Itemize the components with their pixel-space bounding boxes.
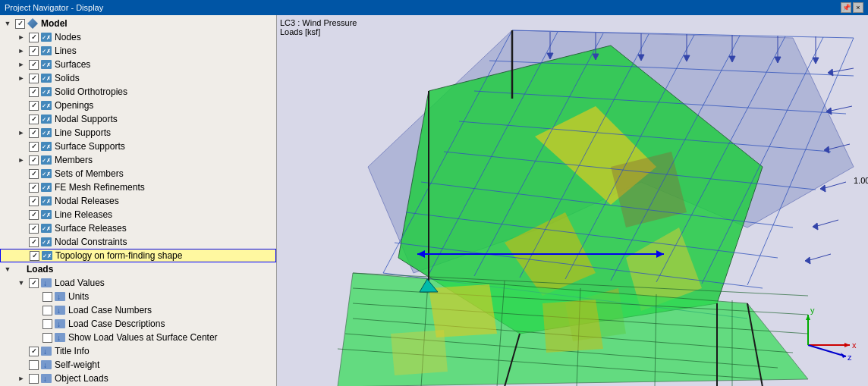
expand-icon[interactable]: ▼ (15, 277, 27, 289)
item-label: FE Mesh Refinements (55, 182, 145, 193)
checkbox[interactable] (29, 33, 39, 42)
svg-text:↓: ↓ (43, 347, 47, 356)
checkbox[interactable] (29, 196, 39, 206)
checkbox[interactable] (29, 360, 39, 370)
item-label: Nodes (55, 32, 81, 42)
tree-item-solid-ortho[interactable]: ► ✓✗ Solid Orthotropies (0, 85, 276, 99)
item-icon: ↓ (40, 373, 52, 384)
tree-item-nodal-supports[interactable]: ► ✓✗ Nodal Supports (0, 112, 276, 126)
item-icon: ↓ (54, 305, 66, 315)
checkbox[interactable] (29, 155, 39, 165)
item-label: Title Info (55, 346, 90, 356)
tree-item-nodes[interactable]: ► ✓✗ Nodes (0, 30, 276, 44)
svg-text:✓✗: ✓✗ (42, 144, 51, 149)
tree-item-load-case-numbers[interactable]: ► ↓ Load Case Numbers (0, 303, 276, 317)
svg-text:y: y (810, 306, 815, 315)
svg-text:↓: ↓ (57, 320, 61, 328)
expand-icon[interactable]: ► (15, 45, 27, 57)
svg-text:✓✗: ✓✗ (42, 76, 51, 81)
tree-item-object-loads[interactable]: ► ↓ Object Loads (0, 372, 276, 385)
svg-marker-89 (542, 300, 603, 353)
expand-icon[interactable]: ► (15, 31, 27, 43)
checkbox[interactable] (29, 224, 39, 234)
item-icon: ↓ (40, 359, 52, 370)
tree-item-surface-supports[interactable]: ► ✓✗ Surface Supports (0, 140, 276, 153)
checkbox[interactable] (42, 306, 52, 315)
checkbox[interactable] (29, 115, 39, 124)
item-label: Object Loads (55, 373, 108, 384)
svg-text:✓✗: ✓✗ (42, 185, 51, 190)
checkbox[interactable] (29, 237, 39, 247)
item-icon (27, 18, 39, 29)
tree-item-openings[interactable]: ► ✓✗ Openings (0, 99, 276, 112)
checkbox[interactable] (29, 87, 39, 97)
close-button[interactable]: × (853, 2, 863, 13)
expand-icon[interactable]: ► (15, 58, 27, 71)
expand-icon[interactable]: ► (15, 154, 27, 166)
title-bar-controls: 📌 × (841, 2, 863, 13)
checkbox[interactable] (29, 210, 39, 220)
item-icon: ✓✗ (40, 32, 52, 42)
item-label: Topology on form-finding shape (55, 250, 182, 261)
pin-button[interactable]: 📌 (841, 2, 851, 13)
checkbox[interactable] (29, 169, 39, 179)
tree-item-sets-members[interactable]: ► ✓✗ Sets of Members (0, 167, 276, 180)
tree-container[interactable]: ▼Model► ✓✗ Nodes► ✓✗ Lines► ✓✗ Surfaces►… (0, 15, 276, 386)
item-icon: ✓✗ (40, 168, 52, 179)
tree-item-loads[interactable]: ▼Loads (0, 262, 276, 276)
checkbox[interactable] (29, 183, 39, 193)
tree-item-line-supports[interactable]: ► ✓✗ Line Supports (0, 126, 276, 140)
item-label: Load Values (55, 278, 105, 288)
expand-icon[interactable]: ► (15, 372, 27, 384)
tree-item-fe-mesh[interactable]: ► ✓✗ FE Mesh Refinements (0, 180, 276, 194)
tree-item-show-load-values[interactable]: ► ↓ Show Load Values at Surface Center (0, 331, 276, 344)
tree-item-self-weight[interactable]: ► ↓ Self-weight (0, 358, 276, 372)
item-label: Loads (27, 264, 53, 275)
tree-item-lines[interactable]: ► ✓✗ Lines (0, 44, 276, 58)
svg-marker-88 (429, 284, 497, 337)
svg-text:✓✗: ✓✗ (42, 130, 51, 136)
checkbox[interactable] (29, 374, 39, 384)
item-label: Self-weight (55, 359, 99, 370)
checkbox[interactable] (30, 251, 39, 261)
tree-item-model[interactable]: ▼Model (0, 17, 276, 30)
tree-item-surface-releases[interactable]: ► ✓✗ Surface Releases (0, 221, 276, 235)
checkbox[interactable] (42, 319, 52, 329)
svg-text:✓✗: ✓✗ (42, 103, 51, 108)
tree-item-line-releases[interactable]: ► ✓✗ Line Releases (0, 208, 276, 221)
svg-text:✓✗: ✓✗ (42, 240, 51, 245)
tree-item-title-info[interactable]: ► ↓ Title Info (0, 344, 276, 358)
item-label: Surface Supports (55, 141, 125, 152)
checkbox[interactable] (29, 60, 39, 70)
svg-text:✓✗: ✓✗ (42, 253, 52, 259)
item-label: Units (68, 291, 89, 302)
item-label: Surface Releases (55, 223, 127, 234)
checkbox[interactable] (29, 101, 39, 111)
checkbox[interactable] (29, 347, 39, 356)
checkbox[interactable] (29, 46, 39, 56)
checkbox[interactable] (29, 142, 39, 152)
checkbox[interactable] (29, 278, 39, 288)
tree-item-surfaces[interactable]: ► ✓✗ Surfaces (0, 58, 276, 71)
tree-item-nodal-releases[interactable]: ► ✓✗ Nodal Releases (0, 194, 276, 208)
checkbox[interactable] (29, 128, 39, 138)
checkbox[interactable] (29, 74, 39, 83)
tree-item-units[interactable]: ► ↓ Units (0, 290, 276, 303)
tree-item-solids[interactable]: ► ✓✗ Solids (0, 71, 276, 85)
tree-item-load-values[interactable]: ▼ ↓ Load Values (0, 276, 276, 290)
checkbox[interactable] (42, 292, 52, 302)
expand-icon[interactable]: ► (15, 72, 27, 84)
item-icon: ✓✗ (40, 182, 52, 193)
svg-text:↓: ↓ (43, 375, 47, 383)
checkbox[interactable] (42, 333, 52, 343)
checkbox[interactable] (15, 19, 25, 29)
expand-icon[interactable]: ▼ (2, 263, 14, 275)
tree-item-members[interactable]: ► ✓✗ Members (0, 153, 276, 167)
tree-item-topology[interactable]: ► ✓✗ Topology on form-finding shape (0, 249, 276, 262)
expand-icon[interactable]: ▼ (2, 17, 14, 30)
item-label: Line Releases (55, 209, 112, 220)
item-icon: ✓✗ (40, 73, 52, 83)
expand-icon[interactable]: ► (15, 127, 27, 139)
tree-item-nodal-constraints[interactable]: ► ✓✗ Nodal Constraints (0, 235, 276, 249)
tree-item-load-case-descriptions[interactable]: ► ↓ Load Case Descriptions (0, 317, 276, 331)
